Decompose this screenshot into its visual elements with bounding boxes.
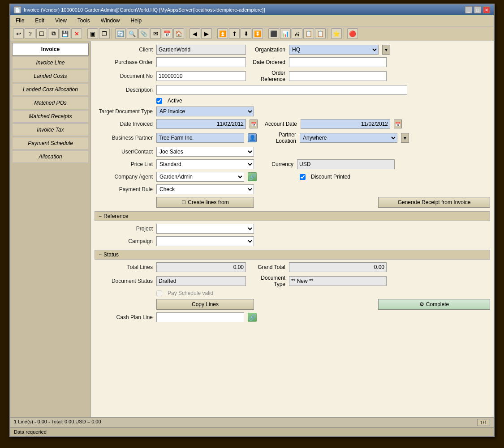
- sep3: [186, 28, 188, 39]
- create-lines-btn[interactable]: ☐ Create lines from: [156, 197, 254, 208]
- doc-status-input[interactable]: [156, 276, 246, 286]
- find-btn[interactable]: 🔍: [127, 28, 138, 39]
- description-input[interactable]: [156, 85, 407, 95]
- sidebar-item-matched-pos[interactable]: Matched POs: [12, 97, 89, 109]
- menu-window[interactable]: Window: [99, 17, 122, 25]
- first-btn[interactable]: ⏫: [217, 28, 228, 39]
- date-invoiced-input[interactable]: [156, 119, 246, 129]
- copy-complete-row: Copy Lines ⚙ Complete: [95, 299, 490, 310]
- menu-bar: File Edit View Tools Window Help: [10, 15, 494, 26]
- sidebar-item-invoice-line[interactable]: Invoice Line: [12, 56, 89, 69]
- project-select[interactable]: [156, 224, 254, 234]
- next-btn[interactable]: ▶: [201, 28, 212, 39]
- cash-plan-input[interactable]: [156, 312, 244, 322]
- partner-location-dropdown[interactable]: ▼: [401, 133, 409, 143]
- complete-btn[interactable]: ⚙ Complete: [378, 299, 490, 310]
- print-btn[interactable]: 🖨: [292, 28, 302, 39]
- total-lines-label: Total Lines: [95, 264, 153, 270]
- generate-receipt-btn[interactable]: Generate Receipt from Invoice: [378, 197, 490, 208]
- cash-plan-lookup[interactable]: 🔗: [248, 313, 257, 322]
- order-ref-input[interactable]: [289, 71, 387, 81]
- stop-btn[interactable]: 🔴: [347, 28, 358, 39]
- company-agent-select[interactable]: GardenAdmin: [156, 172, 244, 182]
- cash-plan-row: Cash Plan Line 🔗: [95, 312, 490, 322]
- refresh-btn[interactable]: 🔄: [115, 28, 126, 39]
- payment-rule-select[interactable]: Check: [156, 184, 254, 194]
- redo-btn[interactable]: ❐: [99, 28, 110, 39]
- date-invoiced-picker[interactable]: 📅: [250, 119, 258, 128]
- last-btn[interactable]: ⏬: [252, 28, 263, 39]
- down-btn[interactable]: ⬇: [241, 28, 251, 39]
- mail-btn[interactable]: ✉: [150, 28, 161, 39]
- company-agent-lookup[interactable]: 🔗: [248, 172, 257, 181]
- po-dateordered-row: Purchase Order Date Ordered: [95, 57, 490, 67]
- active-row: Active: [95, 98, 490, 104]
- account-date-picker[interactable]: 📅: [394, 119, 402, 128]
- date-ordered-input[interactable]: [289, 57, 387, 67]
- sidebar-item-matched-receipts[interactable]: Matched Receipts: [12, 110, 89, 123]
- workflow-btn[interactable]: 📋: [315, 28, 326, 39]
- title-bar-left: 📄 Invoice (Vendor) 10000010 GardenAdmin@…: [14, 6, 265, 13]
- sidebar-item-landed-costs[interactable]: Landed Costs: [12, 70, 89, 82]
- sidebar-item-landed-cost-allocation[interactable]: Landed Cost Allocation: [12, 83, 89, 96]
- prev-btn[interactable]: ◀: [190, 28, 200, 39]
- new-btn[interactable]: ☐: [36, 28, 47, 39]
- status-section-header[interactable]: − Status: [95, 250, 490, 260]
- pay-schedule-checkbox[interactable]: [156, 290, 162, 296]
- menu-file[interactable]: File: [14, 17, 26, 25]
- home-btn[interactable]: 🏠: [173, 28, 184, 39]
- sidebar-item-payment-schedule[interactable]: Payment Schedule: [12, 137, 89, 149]
- menu-view[interactable]: View: [53, 17, 69, 25]
- org-select[interactable]: HQ: [289, 45, 379, 55]
- discount-printed-checkbox[interactable]: [300, 174, 306, 180]
- doc-status-type-row: Document Status Document Type: [95, 275, 490, 287]
- zoom-btn[interactable]: ⭐: [331, 28, 342, 39]
- sidebar-item-invoice-tax[interactable]: Invoice Tax: [12, 124, 89, 136]
- close-btn[interactable]: ✕: [483, 6, 490, 13]
- up-btn[interactable]: ⬆: [229, 28, 240, 39]
- user-contact-select[interactable]: Joe Sales: [156, 147, 254, 157]
- restore-btn[interactable]: □: [474, 6, 481, 13]
- partner-location-select[interactable]: Anywhere: [300, 133, 397, 143]
- minimize-btn[interactable]: _: [465, 6, 472, 13]
- save-btn[interactable]: 💾: [60, 28, 70, 39]
- copy-lines-btn[interactable]: Copy Lines: [156, 299, 254, 310]
- bp-input[interactable]: [156, 133, 244, 143]
- menu-tools[interactable]: Tools: [76, 17, 92, 25]
- description-row: Description: [95, 85, 490, 95]
- grand-total-input[interactable]: [289, 262, 387, 272]
- menu-help[interactable]: Help: [129, 17, 144, 25]
- title-bar: 📄 Invoice (Vendor) 10000010 GardenAdmin@…: [10, 4, 494, 15]
- reference-section-header[interactable]: − Reference: [95, 211, 490, 221]
- undo-btn[interactable]: ▣: [87, 28, 98, 39]
- page-indicator: 1/1: [477, 419, 490, 426]
- grand-total-label: Grand Total: [250, 264, 285, 270]
- total-lines-input[interactable]: [156, 262, 246, 272]
- currency-input[interactable]: [297, 159, 395, 169]
- sidebar-item-invoice[interactable]: Invoice: [12, 43, 89, 55]
- grid-btn[interactable]: 📊: [280, 28, 291, 39]
- delete-btn[interactable]: ✕: [71, 28, 82, 39]
- report-btn[interactable]: 📋: [303, 28, 314, 39]
- client-input[interactable]: [156, 45, 246, 55]
- help-btn[interactable]: ?: [25, 28, 35, 39]
- campaign-select[interactable]: [156, 236, 254, 246]
- history-btn[interactable]: 📅: [162, 28, 172, 39]
- doc-no-input[interactable]: [156, 71, 246, 81]
- totals-row: Total Lines Grand Total: [95, 262, 490, 272]
- target-doc-type-select[interactable]: AP Invoice: [156, 107, 254, 116]
- org-dropdown-btn[interactable]: ▼: [382, 45, 390, 55]
- active-checkbox[interactable]: [156, 98, 162, 104]
- po-input[interactable]: [156, 57, 246, 67]
- bp-lookup-btn[interactable]: 👤: [248, 133, 257, 142]
- menu-edit[interactable]: Edit: [33, 17, 46, 25]
- doc-type-input[interactable]: [289, 276, 387, 286]
- active-label: Active: [168, 98, 182, 104]
- sidebar-item-allocation[interactable]: Allocation: [12, 150, 89, 163]
- toggle-btn[interactable]: ⬛: [268, 28, 279, 39]
- account-date-input[interactable]: [301, 119, 390, 129]
- price-list-select[interactable]: Standard: [156, 159, 254, 169]
- copy-btn[interactable]: ⧉: [48, 28, 59, 39]
- back-btn[interactable]: ↩: [13, 28, 24, 39]
- attach-btn[interactable]: 📎: [138, 28, 149, 39]
